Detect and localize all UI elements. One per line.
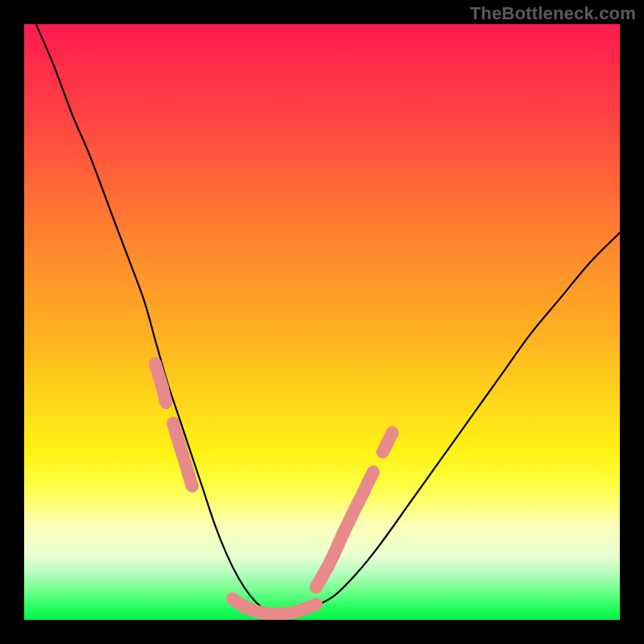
sample-dot-connector — [304, 605, 316, 609]
bottleneck-curve-line — [36, 24, 620, 615]
sample-dots-group — [149, 357, 399, 620]
sample-dot-connector — [387, 433, 392, 443]
sample-dot-connector — [369, 473, 374, 482]
sample-dot-connector — [163, 387, 166, 402]
chart-frame: TheBottleneck.com — [0, 0, 644, 644]
curve-svg — [24, 24, 620, 620]
watermark-label: TheBottleneck.com — [470, 3, 636, 24]
plot-area — [24, 24, 620, 620]
sample-dot-connector — [188, 474, 192, 486]
